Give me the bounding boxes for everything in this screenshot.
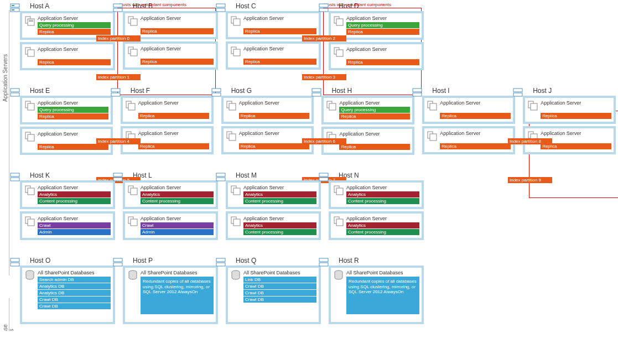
svg-rect-82 (319, 173, 328, 176)
bar-replica: Replica (239, 113, 310, 119)
svg-rect-43 (229, 103, 236, 110)
idx-partition-8: Index partition 8 (508, 138, 552, 144)
svg-rect-85 (336, 188, 343, 195)
app-server-label: Application Server (38, 100, 108, 106)
host-title: Host I (432, 87, 515, 95)
svg-rect-58 (513, 89, 522, 92)
svg-rect-16 (216, 4, 225, 7)
side-line (9, 298, 9, 331)
bar-crawl: Crawl (38, 222, 111, 228)
svg-rect-46 (312, 89, 321, 92)
db-item: Analytics DB (38, 290, 111, 296)
host-title: Host G (231, 87, 314, 95)
svg-rect-29 (11, 93, 19, 96)
bar-admin: Admin (141, 229, 214, 235)
svg-rect-79 (233, 188, 240, 195)
database-icon (24, 270, 35, 281)
svg-rect-28 (11, 89, 19, 92)
bar-query: Query processing (38, 22, 111, 28)
bar-replica: Replica (339, 144, 410, 150)
svg-rect-53 (413, 93, 422, 96)
bar-content: Content processing (38, 198, 111, 204)
bar-content: Content processing (243, 229, 316, 235)
bar-admin: Admin (38, 229, 111, 235)
note-redundant-2: Hosts with redundant components (324, 2, 391, 7)
svg-rect-31 (28, 103, 34, 110)
svg-rect-64 (11, 173, 19, 176)
svg-rect-33 (28, 134, 34, 141)
svg-rect-69 (28, 219, 34, 226)
svg-rect-55 (430, 103, 437, 110)
svg-rect-89 (11, 263, 19, 266)
bar-analytics: Analytics (38, 191, 111, 197)
app-server-label: Application Server (541, 131, 611, 136)
svg-rect-6 (29, 20, 33, 20)
host-n: Host N Application ServerAnalyticsConten… (329, 171, 424, 240)
svg-rect-37 (128, 103, 135, 110)
svg-rect-40 (212, 89, 221, 92)
svg-rect-2 (12, 5, 14, 6)
host-i: Host I Application ServerReplica Applica… (422, 87, 515, 155)
bar-replica: Replica (138, 143, 209, 149)
svg-rect-67 (28, 188, 34, 195)
app-server-label: Application Server (141, 15, 214, 21)
host-l: Host L Application ServerAnalyticsConten… (123, 171, 218, 240)
app-server-label: Application Server (239, 100, 310, 106)
svg-rect-75 (131, 219, 137, 226)
host-h: Host H Application ServerQuery processin… (321, 87, 414, 155)
app-server-label: Application Server (339, 131, 410, 137)
svg-rect-34 (111, 89, 120, 92)
svg-rect-88 (11, 258, 19, 262)
app-server-label: Application Server (243, 15, 316, 21)
all-db-label: All SharePoint Databases (141, 270, 214, 275)
diagram-canvas: Application Servers Database Servers Hos… (2, 2, 616, 324)
host-o: Host O All SharePoint Databases Search a… (20, 257, 115, 324)
app-server-label: Application Server (38, 185, 111, 190)
app-server-label: Application Server (141, 185, 214, 190)
svg-rect-19 (233, 19, 240, 25)
host-icon (10, 3, 20, 13)
app-server-label: Application Server (346, 185, 419, 190)
db-item: Crawl DB (38, 303, 111, 309)
idx-partition-6: Index partition 6 (302, 138, 346, 144)
bar-analytics: Analytics (141, 191, 214, 197)
svg-rect-25 (336, 19, 343, 25)
redundant-db-text: Redundant copies of all databases using … (141, 277, 214, 314)
bar-content: Content processing (243, 198, 316, 204)
bar-replica: Replica (138, 113, 209, 119)
bar-replica: Replica (440, 113, 511, 119)
svg-rect-91 (113, 258, 122, 262)
database-icon (333, 270, 344, 281)
bar-replica: Replica (38, 113, 108, 119)
app-server-label: Application Server (440, 100, 511, 106)
bar-replica: Replica (239, 143, 310, 149)
bar-replica: Replica (346, 29, 419, 35)
idx-partition-2: Index partition 2 (302, 35, 346, 41)
svg-rect-35 (111, 93, 120, 96)
side-label-db-servers: Database Servers (2, 304, 14, 331)
db-item: Search admin DB (38, 277, 111, 283)
host-title: Host O (30, 257, 115, 264)
database-icon (127, 270, 138, 281)
app-server-label: Application Server (339, 100, 410, 106)
server-icon (24, 15, 35, 27)
host-p: Host P All SharePoint Databases Redundan… (123, 257, 218, 324)
bar-analytics: Analytics (346, 191, 419, 197)
bar-replica: Replica (38, 29, 111, 35)
svg-rect-57 (430, 134, 437, 141)
svg-rect-70 (113, 173, 122, 176)
db-item: Crawl DB (243, 297, 316, 303)
bar-replica: Replica (243, 59, 316, 65)
app-server-label: Application Server (239, 131, 310, 136)
host-g: Host G Application ServerReplica Applica… (221, 87, 314, 155)
host-title: Host A (30, 2, 115, 10)
app-server-label: Application Server (141, 216, 214, 221)
bar-analytics: Analytics (243, 222, 316, 228)
svg-rect-81 (233, 219, 240, 226)
svg-rect-83 (319, 178, 328, 181)
svg-rect-52 (413, 89, 422, 92)
all-db-label: All SharePoint Databases (346, 270, 419, 275)
host-title: Host H (331, 87, 414, 95)
bar-content: Content processing (346, 198, 419, 204)
app-server-label: Application Server (243, 216, 316, 221)
